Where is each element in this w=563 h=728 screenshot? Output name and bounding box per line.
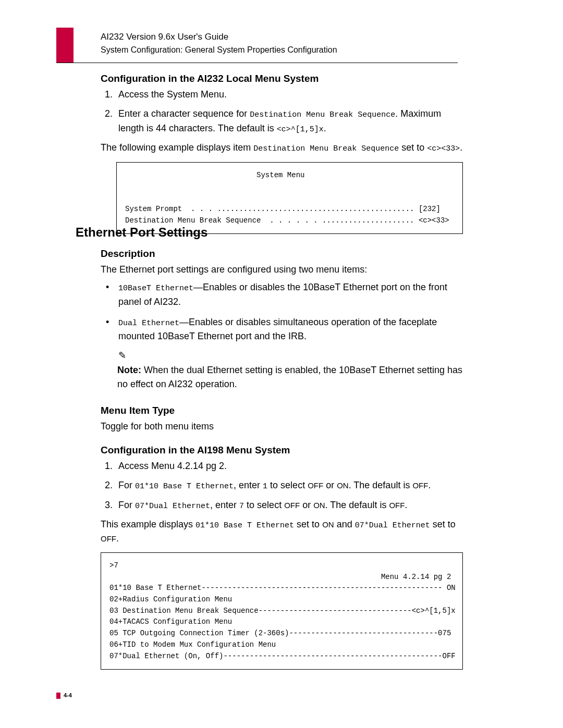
example-intro: The following example displays item Dest…	[101, 141, 463, 155]
section-ethernet: Ethernet Port Settings Description The E…	[76, 213, 461, 672]
heading-config-ai198: Configuration in the AI198 Menu System	[101, 445, 463, 456]
cfg-step-3: For 07*Dual Ethernet, enter 7 to select …	[115, 498, 463, 513]
menu-item-type-text: Toggle for both menu items	[101, 419, 463, 433]
page-footer: 4-4	[56, 692, 72, 699]
heading-menu-item-type: Menu Item Type	[101, 405, 463, 416]
step-1: Access the System Menu.	[115, 88, 463, 102]
section-config-ai232: Configuration in the AI232 Local Menu Sy…	[101, 73, 463, 236]
bullet-dual-ethernet: Dual Ethernet—Enables or disables simult…	[115, 315, 463, 344]
cfg-step-2: For 01*10 Base T Ethernet, enter 1 to se…	[115, 478, 463, 493]
cfg-step-1: Access Menu 4.2.14 pg 2.	[115, 459, 463, 473]
description-text: The Ethernet port settings are configure…	[101, 263, 463, 276]
heading-ethernet: Ethernet Port Settings	[76, 225, 461, 240]
header-rule	[56, 63, 458, 63]
brand-block	[56, 28, 74, 63]
note-block: Note: When the dual Ethernet setting is …	[117, 363, 463, 391]
page-number: 4-4	[64, 692, 72, 698]
header-subtitle: System Configuration: General System Pro…	[101, 44, 337, 56]
footer-mark	[56, 693, 60, 699]
heading-description: Description	[101, 248, 463, 260]
bullet-10baset: 10BaseT Ethernet—Enables or disables the…	[115, 280, 463, 309]
heading-config-ai232: Configuration in the AI232 Local Menu Sy…	[101, 73, 463, 84]
header-title: AI232 Version 9.6x User's Guide	[101, 30, 337, 44]
note-text: When the dual Ethernet setting is enable…	[117, 365, 462, 389]
note-icon: ✎	[118, 350, 463, 361]
code-menu-4-2-14: >7 Menu 4.2.14 pg 2 01*10 Base T Etherne…	[101, 552, 463, 670]
note-label: Note:	[117, 365, 141, 375]
step-2: Enter a character sequence for Destinati…	[115, 107, 463, 135]
example2-intro: This example displays 01*10 Base T Ether…	[101, 517, 463, 545]
page-header: AI232 Version 9.6x User's Guide System C…	[101, 30, 337, 56]
